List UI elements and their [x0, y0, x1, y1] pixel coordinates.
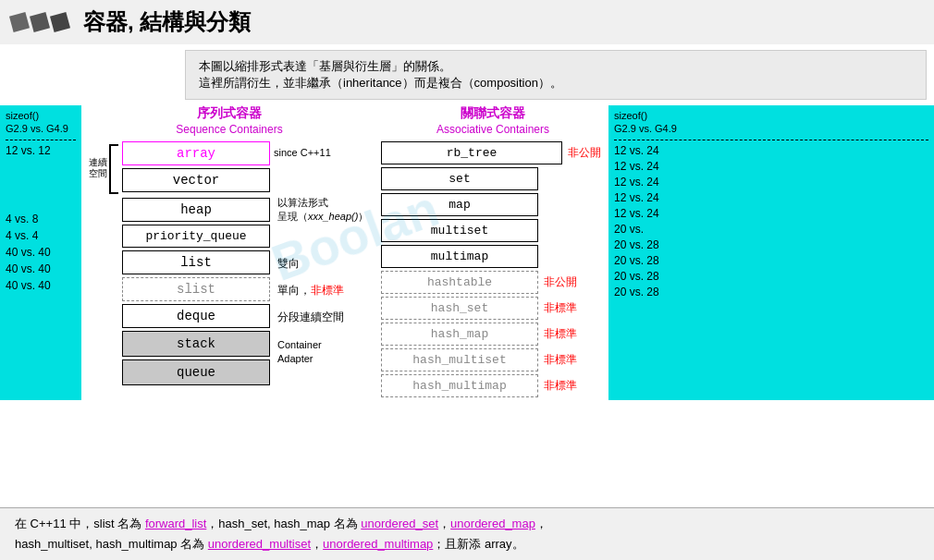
bottom-line2: hash_multiset, hash_multimap 名為 unordere…: [15, 534, 919, 554]
desc-line1: 本圖以縮排形式表達「基層與衍生層」的關係。: [199, 58, 913, 75]
bottom-note: 在 C++11 中，slist 名為 forward_list，hash_set…: [0, 507, 934, 560]
left-entry-5: 40 vs. 40: [6, 262, 76, 275]
slist-box: slist: [122, 277, 270, 301]
left-entry-1: 12 vs. 12: [6, 144, 76, 157]
stack-queue-boxes: stack queue: [122, 331, 270, 385]
right-entry-0: 12 vs. 24: [614, 144, 928, 157]
left-entry-4: 40 vs. 40: [6, 246, 76, 259]
continuous-label: 連續空間: [89, 157, 107, 179]
left-entry-3: 4 vs. 4: [6, 229, 76, 242]
rb-tree-box: rb_tree: [381, 141, 562, 164]
assoc-subtitle: Associative Containers: [381, 123, 605, 136]
description-box: 本圖以縮排形式表達「基層與衍生層」的關係。 這裡所謂衍生，並非繼承（inheri…: [185, 50, 927, 100]
slist-note: 單向，非標準: [277, 283, 344, 298]
left-size-panel: sizeof() G2.9 vs. G4.9 12 vs. 12 4 vs. 8…: [0, 105, 81, 400]
heap-box: heap: [122, 198, 270, 222]
hash-set-label: 非標準: [544, 300, 581, 316]
adapter-label: ContainerAdapter: [277, 338, 322, 367]
deque-row: deque 分段連續空間: [122, 304, 370, 328]
hash-set-row: hash_set 非標準: [381, 297, 605, 320]
right-size-panel: sizeof() G2.9 vs. G4.9 12 vs. 24 12 vs. …: [608, 105, 934, 400]
bottom-line1: 在 C++11 中，slist 名為 forward_list，hash_set…: [15, 514, 919, 534]
brace-symbol: [109, 144, 118, 194]
seq-boxes-top: array vector: [122, 141, 370, 195]
priority-queue-box: priority_queue: [122, 225, 270, 248]
hash-multimap-label: 非標準: [544, 378, 581, 394]
array-row: 連續空間 array vector since C++11: [89, 141, 370, 195]
icon-3: [50, 12, 70, 32]
left-divider: [6, 140, 76, 140]
desc-line2: 這裡所謂衍生，並非繼承（inheritance）而是複合（composition…: [199, 75, 913, 91]
hash-multimap-row: hash_multimap 非標準: [381, 374, 605, 397]
unordered-map-text: unordered_map: [450, 517, 535, 530]
set-row: set: [381, 167, 605, 190]
slist-row: slist 單向，非標準: [122, 277, 370, 301]
unordered-set-text: unordered_set: [361, 517, 438, 530]
right-entry-8: 20 vs. 28: [614, 270, 928, 283]
right-entry-6: 20 vs. 28: [614, 238, 928, 251]
hash-set-box: hash_set: [381, 297, 538, 320]
forward-list-text: forward_list: [145, 517, 206, 530]
list-row: list 雙向: [122, 250, 370, 274]
list-box: list: [122, 250, 270, 274]
right-entry-7: 20 vs. 28: [614, 254, 928, 267]
multiset-row: multiset: [381, 219, 605, 242]
header-icons: [11, 14, 68, 30]
hashtable-box: hashtable: [381, 271, 538, 294]
since-cpp11-note: since C++11: [274, 147, 331, 158]
heap-row: heap 以算法形式呈現（xxx_heap()）: [122, 198, 370, 222]
deque-note: 分段連續空間: [277, 310, 344, 325]
icon-1: [9, 12, 30, 32]
multimap-row: multimap: [381, 245, 605, 268]
hash-multimap-box: hash_multimap: [381, 374, 538, 397]
right-entry-1: 12 vs. 24: [614, 160, 928, 173]
map-box: map: [381, 193, 538, 216]
left-entry-6: 40 vs. 40: [6, 279, 76, 292]
diagram-container: sizeof() G2.9 vs. G4.9 12 vs. 12 4 vs. 8…: [0, 105, 934, 400]
hashtable-label: 非公開: [544, 274, 581, 290]
left-panel-title: sizeof() G2.9 vs. G4.9: [6, 109, 76, 136]
right-entry-3: 12 vs. 24: [614, 191, 928, 204]
hash-multiset-label: 非標準: [544, 352, 581, 368]
right-panel-title: sizeof() G2.9 vs. G4.9: [614, 109, 928, 136]
header: 容器, 結構與分類: [0, 0, 934, 44]
multimap-box: multimap: [381, 245, 538, 268]
seq-title: 序列式容器: [89, 105, 370, 122]
adapter-rows: stack queue ContainerAdapter: [122, 331, 370, 385]
hash-map-row: hash_map 非標準: [381, 323, 605, 346]
rb-tree-row: rb_tree 非公開: [381, 141, 605, 164]
unordered-multimap-text: unordered_multimap: [323, 537, 433, 551]
icon-2: [30, 12, 50, 32]
sequence-section: 序列式容器 Sequence Containers 連續空間 array vec…: [81, 105, 377, 400]
right-entry-9: 20 vs. 28: [614, 286, 928, 298]
assoc-section: 關聯式容器 Associative Containers rb_tree 非公開…: [377, 105, 608, 400]
priority-queue-row: priority_queue: [122, 225, 370, 248]
set-box: set: [381, 167, 538, 190]
page-title: 容器, 結構與分類: [83, 7, 251, 37]
right-divider: [614, 140, 928, 140]
hash-multiset-row: hash_multiset 非標準: [381, 348, 605, 371]
right-entry-4: 12 vs. 24: [614, 207, 928, 220]
queue-box: queue: [122, 359, 270, 385]
multiset-box: multiset: [381, 219, 538, 242]
rb-tree-label: 非公開: [568, 145, 605, 161]
array-box: array: [122, 141, 270, 165]
map-row: map: [381, 193, 605, 216]
hash-map-box: hash_map: [381, 323, 538, 346]
vector-box: vector: [122, 168, 270, 192]
right-entry-5: 20 vs.: [614, 223, 928, 236]
heap-note: 以算法形式呈現（xxx_heap()）: [277, 196, 368, 225]
deque-box: deque: [122, 304, 270, 328]
assoc-title: 關聯式容器: [381, 105, 605, 122]
list-note: 雙向: [277, 256, 300, 272]
unordered-multiset-text: unordered_multiset: [208, 537, 311, 551]
hash-map-label: 非標準: [544, 326, 581, 342]
hashtable-row: hashtable 非公開: [381, 271, 605, 294]
hash-multiset-box: hash_multiset: [381, 348, 538, 371]
right-entry-2: 12 vs. 24: [614, 176, 928, 189]
left-entry-2: 4 vs. 8: [6, 213, 76, 225]
seq-subtitle: Sequence Containers: [89, 123, 370, 136]
stack-box: stack: [122, 331, 270, 357]
